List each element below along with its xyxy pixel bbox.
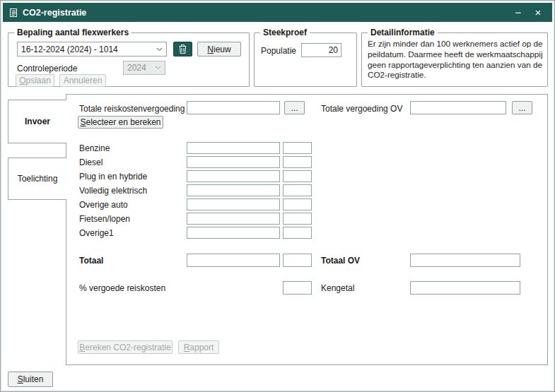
fietsen-lopen-count-input[interactable] (283, 213, 312, 225)
totaal-count-input[interactable] (283, 254, 312, 267)
overige-auto-count-input[interactable] (283, 198, 312, 210)
volledig-elektrisch-label: Volledig elektrisch (79, 186, 147, 196)
overige1-count-input[interactable] (283, 227, 312, 239)
populatie-label: Populatie (261, 46, 296, 56)
window-title: CO2-registratie (23, 8, 86, 18)
diesel-count-input[interactable] (283, 156, 312, 168)
totale-reiskosten-browse-button[interactable]: ... (284, 101, 305, 114)
totale-ov-browse-button[interactable]: ... (512, 101, 532, 114)
kengetal-input[interactable] (410, 281, 520, 295)
benzine-count-input[interactable] (283, 142, 312, 154)
plug-in-hybride-count-input[interactable] (283, 170, 312, 182)
chevron-down-icon (156, 47, 163, 52)
opslaan-button[interactable]: Opslaan (16, 74, 54, 87)
totaal-ov-label: Totaal OV (321, 256, 360, 266)
diesel-amount-input[interactable] (187, 156, 280, 168)
flexwerkers-groupbox: Bepaling aantal flexwerkers 16-12-2024 (… (8, 32, 250, 87)
plug-in-hybride-label: Plug in en hybride (79, 172, 147, 182)
totale-ov-label: Totale vergoeding OV (321, 104, 402, 114)
volledig-elektrisch-count-input[interactable] (283, 184, 312, 196)
diesel-label: Diesel (79, 158, 103, 167)
selecteer-bereken-button[interactable]: Selecteer en bereken (78, 116, 163, 129)
close-icon: × (535, 7, 542, 18)
sluiten-button[interactable]: Sluiten (8, 372, 53, 387)
populatie-input[interactable] (301, 43, 341, 57)
flexwerkers-legend: Bepaling aantal flexwerkers (14, 28, 132, 37)
close-button[interactable]: × (530, 6, 546, 20)
tab-invoer-label: Invoer (25, 117, 50, 126)
trash-icon (179, 44, 187, 54)
nieuw-button[interactable]: Nieuw (197, 42, 241, 57)
tab-toelichting-label: Toelichting (18, 174, 58, 184)
tab-invoer[interactable]: Invoer (8, 100, 66, 143)
window-icon (9, 8, 18, 18)
overige1-amount-input[interactable] (187, 227, 280, 239)
totaal-label: Totaal (79, 256, 103, 266)
peildatum-value: 16-12-2024 (2024) - 1014 (21, 44, 153, 54)
controleperiode-select[interactable]: 2024 (123, 61, 165, 75)
kengetal-label: Kengetal (321, 283, 354, 293)
totale-ov-input[interactable] (410, 101, 506, 114)
titlebar: CO2-registratie − × (3, 3, 552, 22)
controleperiode-value: 2024 (127, 63, 152, 73)
overige1-label: Overige1 (79, 228, 114, 238)
fietsen-lopen-label: Fietsen/lopen (79, 214, 130, 224)
detailinformatie-groupbox: Detailinformatie Er zijn minder dan 100 … (361, 32, 548, 87)
ellipsis-label: ... (518, 103, 525, 113)
steekproef-groupbox: Steekproef Populatie (254, 32, 357, 87)
ellipsis-label: ... (291, 103, 298, 113)
steekproef-legend: Steekproef (260, 28, 310, 37)
chevron-down-icon (155, 66, 161, 70)
totale-reiskosten-input[interactable] (187, 101, 280, 114)
invoer-panel: Totale reiskostenvergoeding ... Totale v… (66, 94, 548, 365)
minimize-button[interactable]: − (510, 6, 526, 20)
percent-reiskosten-label: % vergoede reiskosten (79, 283, 165, 293)
overige-auto-amount-input[interactable] (187, 198, 280, 210)
tab-toelichting[interactable]: Toelichting (8, 158, 66, 200)
totale-reiskosten-label: Totale reiskostenvergoeding (79, 104, 185, 114)
benzine-label: Benzine (79, 143, 110, 153)
annuleren-button[interactable]: Annuleren (59, 74, 106, 87)
totaal-ov-input[interactable] (410, 254, 520, 267)
plug-in-hybride-amount-input[interactable] (187, 170, 280, 182)
minimize-icon: − (515, 7, 522, 18)
rapport-button[interactable]: Rapport (178, 340, 219, 354)
percent-reiskosten-input[interactable] (283, 281, 312, 295)
totaal-input[interactable] (187, 254, 280, 267)
controleperiode-label: Controleperiode (17, 64, 77, 73)
bereken-co2-button[interactable]: Bereken CO2-registratie (78, 340, 173, 354)
detailinformatie-legend: Detailinformatie (368, 28, 438, 37)
benzine-amount-input[interactable] (187, 142, 280, 154)
detail-text: Er zijn minder dan 100 werknemers actief… (368, 39, 544, 81)
volledig-elektrisch-amount-input[interactable] (187, 184, 280, 196)
peildatum-select[interactable]: 16-12-2024 (2024) - 1014 (17, 42, 167, 57)
overige-auto-label: Overige auto (79, 200, 128, 210)
co2-registratie-window: CO2-registratie − × Bepaling aantal flex… (0, 0, 555, 392)
fietsen-lopen-amount-input[interactable] (187, 213, 280, 225)
delete-button[interactable] (173, 42, 192, 57)
